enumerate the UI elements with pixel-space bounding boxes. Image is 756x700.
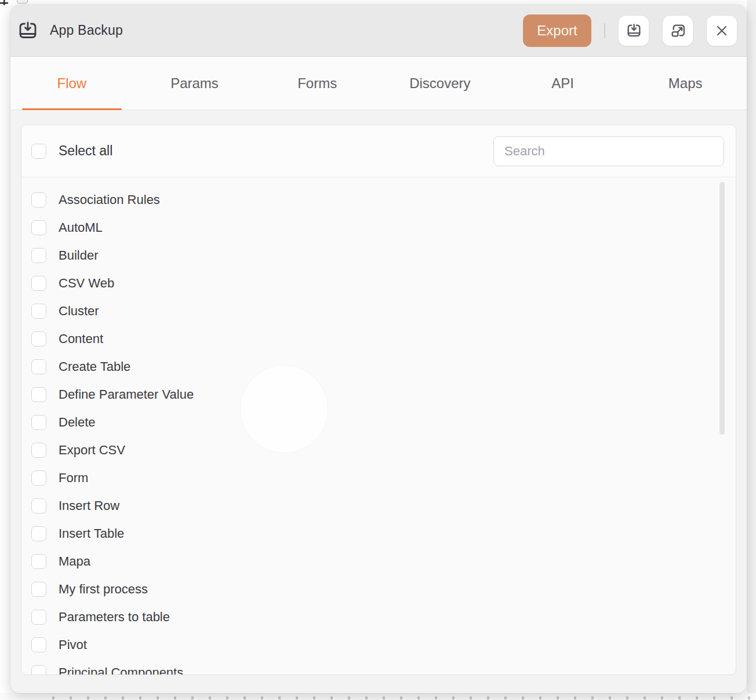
item-label: Insert Table: [59, 526, 124, 541]
item-checkbox[interactable]: [31, 248, 46, 263]
dialog-header-actions: Export: [523, 14, 737, 47]
list-item[interactable]: Cluster: [21, 297, 736, 325]
background-plus-glyph: [0, 0, 8, 5]
item-checkbox[interactable]: [31, 359, 46, 374]
list-item[interactable]: Create Table: [21, 353, 736, 381]
dialog-title: App Backup: [50, 23, 123, 38]
flow-panel: Select all Association Rules AutoML Buil…: [21, 125, 736, 675]
search-input[interactable]: [493, 136, 724, 166]
tray-arrow-down-icon: [626, 23, 642, 38]
app-backup-dialog: App Backup Export: [10, 5, 747, 693]
item-label: Principal Components: [59, 665, 183, 675]
close-button[interactable]: [706, 15, 737, 46]
item-label: AutoML: [59, 220, 103, 235]
list-item[interactable]: Insert Table: [21, 520, 736, 548]
item-checkbox[interactable]: [31, 443, 46, 458]
list-item[interactable]: Parameters to table: [21, 603, 736, 631]
select-all[interactable]: Select all: [31, 143, 112, 159]
list-item[interactable]: Insert Row: [21, 492, 736, 520]
tabbar: FlowParamsFormsDiscoveryAPIMaps: [10, 57, 747, 110]
list-item[interactable]: AutoML: [21, 214, 736, 242]
list-item[interactable]: Form: [21, 464, 736, 492]
item-label: Pivot: [59, 637, 87, 652]
tab-flow[interactable]: Flow: [10, 57, 133, 110]
list-item[interactable]: Association Rules: [21, 186, 736, 214]
tab-label: Flow: [57, 75, 87, 92]
scrollbar-thumb[interactable]: [719, 182, 725, 435]
item-label: Create Table: [59, 359, 130, 374]
item-checkbox[interactable]: [31, 526, 46, 541]
item-label: Mapa: [59, 554, 90, 569]
item-checkbox[interactable]: [31, 304, 46, 319]
item-label: Cluster: [59, 304, 99, 319]
item-label: Content: [59, 331, 103, 347]
item-label: Export CSV: [59, 443, 125, 458]
item-checkbox[interactable]: [31, 192, 46, 207]
panel-header: Select all: [21, 125, 736, 177]
list-item[interactable]: Mapa: [21, 548, 736, 575]
list-item[interactable]: Content: [21, 325, 736, 353]
tab-discovery[interactable]: Discovery: [379, 57, 501, 110]
dialog-header-left: App Backup: [17, 20, 123, 41]
list-item[interactable]: Builder: [21, 242, 736, 269]
canvas-tick-pattern: [52, 697, 756, 699]
list-item[interactable]: Define Parameter Value: [21, 381, 736, 409]
open-in-window-icon: [670, 23, 686, 38]
list-item[interactable]: Export CSV: [21, 436, 736, 464]
item-label: Insert Row: [59, 498, 119, 513]
page-background-bottom: [0, 693, 756, 700]
tab-forms[interactable]: Forms: [256, 57, 379, 110]
item-checkbox[interactable]: [31, 471, 46, 486]
list-item[interactable]: Delete: [21, 409, 736, 436]
background-tab-fragment: [17, 0, 28, 3]
tab-maps[interactable]: Maps: [624, 57, 747, 110]
list-item[interactable]: Pivot: [21, 631, 736, 659]
tab-label: Params: [170, 75, 219, 92]
dialog-body: Select all Association Rules AutoML Buil…: [10, 110, 747, 693]
item-checkbox[interactable]: [31, 554, 46, 569]
header-divider: [604, 23, 605, 38]
item-label: Association Rules: [59, 192, 160, 207]
tab-label: Forms: [297, 75, 337, 92]
item-checkbox[interactable]: [31, 331, 46, 347]
tab-label: Discovery: [409, 75, 470, 92]
list-item[interactable]: My first process: [21, 575, 736, 603]
item-label: Define Parameter Value: [59, 387, 194, 402]
item-checkbox[interactable]: [31, 582, 46, 597]
page-background-right: [747, 0, 756, 700]
tab-api[interactable]: API: [501, 57, 624, 110]
process-list: Association Rules AutoML Builder CSV Web…: [21, 177, 736, 675]
download-button[interactable]: [618, 15, 649, 46]
select-all-label: Select all: [59, 143, 112, 159]
item-label: Builder: [59, 248, 98, 263]
select-all-checkbox[interactable]: [31, 144, 46, 159]
item-checkbox[interactable]: [31, 415, 46, 430]
item-label: My first process: [59, 582, 148, 597]
tab-params[interactable]: Params: [133, 57, 256, 110]
item-checkbox[interactable]: [31, 610, 46, 625]
backup-tray-icon: [17, 20, 38, 41]
item-checkbox[interactable]: [31, 387, 46, 402]
tab-label: Maps: [668, 75, 703, 92]
item-checkbox[interactable]: [31, 665, 46, 675]
item-checkbox[interactable]: [31, 498, 46, 513]
item-checkbox[interactable]: [31, 637, 46, 652]
dialog-header: App Backup Export: [10, 5, 747, 57]
item-checkbox[interactable]: [31, 220, 46, 235]
close-icon: [715, 24, 729, 38]
item-label: Delete: [59, 415, 96, 430]
list-item[interactable]: CSV Web: [21, 269, 736, 297]
export-button[interactable]: Export: [523, 14, 591, 47]
list-item[interactable]: Principal Components: [21, 659, 736, 675]
item-label: Form: [59, 471, 88, 486]
item-label: CSV Web: [59, 276, 114, 291]
popout-button[interactable]: [662, 15, 693, 46]
item-label: Parameters to table: [59, 610, 170, 625]
tab-label: API: [551, 75, 574, 92]
item-checkbox[interactable]: [31, 276, 46, 291]
